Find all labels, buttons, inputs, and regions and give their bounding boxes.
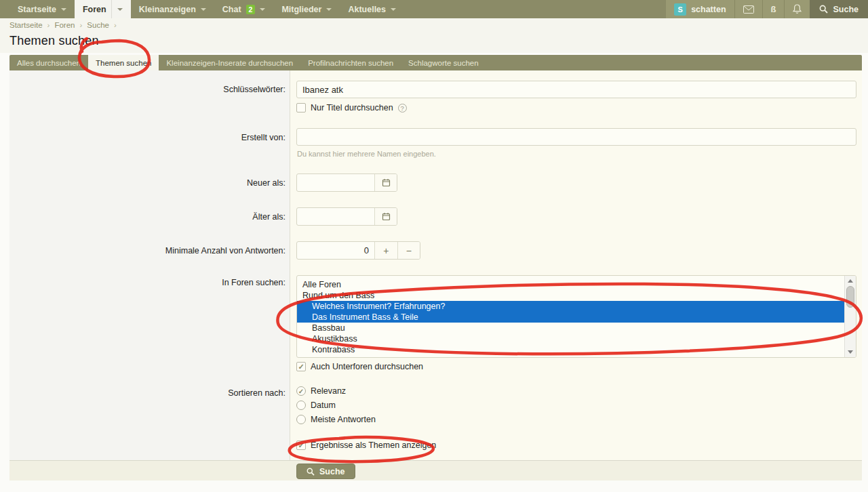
bassic-shortcut-button[interactable]: ß (762, 0, 785, 18)
display-as-topics-label: Ergebnisse als Themen anzeigen (311, 440, 436, 450)
radio-meiste-antworten[interactable] (296, 415, 306, 424)
forum-option[interactable]: Bassbau (297, 323, 844, 333)
nav-label: Startseite (18, 5, 56, 14)
author-hint: Du kannst hier mehrere Namen eingeben. (297, 150, 436, 158)
forum-option-selected[interactable]: Das Instrument Bass & Teile (297, 312, 844, 323)
chevron-down-icon (117, 8, 123, 11)
scrollbar-thumb[interactable] (846, 286, 854, 308)
newer-date-picker-button[interactable] (374, 174, 397, 191)
nav-item-kleinanzeigen[interactable]: Kleinanzeigen (131, 0, 214, 18)
scroll-up-icon[interactable] (848, 279, 853, 283)
radio-label: Meiste Antworten (311, 415, 376, 424)
breadcrumb-foren[interactable]: Foren (54, 21, 87, 29)
forum-option[interactable]: Kontrabass (297, 344, 844, 355)
envelope-icon (743, 5, 754, 14)
sort-option-meiste-antworten[interactable]: Meiste Antworten (296, 415, 376, 424)
subforums-checkbox[interactable] (296, 362, 306, 371)
scroll-down-icon[interactable] (848, 350, 853, 354)
increment-button[interactable]: + (374, 242, 397, 259)
alerts-button[interactable] (784, 0, 810, 18)
nav-item-mitglieder[interactable]: Mitglieder (273, 0, 340, 18)
scrollbar[interactable] (844, 276, 856, 357)
chevron-down-icon (61, 8, 66, 11)
nav-item-chat[interactable]: Chat 2 (214, 0, 274, 18)
search-icon (819, 5, 828, 14)
min-replies-input[interactable] (297, 242, 374, 259)
keywords-input[interactable] (296, 81, 856, 98)
nav-item-aktuelles[interactable]: Aktuelles (340, 0, 404, 18)
radio-datum[interactable] (296, 401, 306, 410)
forums-multiselect[interactable]: Alle Foren Rund um den Bass Welches Inst… (296, 275, 856, 358)
title-only-checkbox[interactable] (296, 103, 306, 112)
decrement-button[interactable]: − (397, 242, 420, 259)
keywords-label: Schlüsselwörter: (9, 85, 285, 94)
forum-option-selected[interactable]: Welches Instrument? Erfahrungen? (297, 301, 844, 312)
nav-item-foren[interactable]: Foren (75, 0, 131, 18)
author-input[interactable] (296, 128, 856, 146)
tab-alles-durchsuchen[interactable]: Alles durchsuchen (9, 55, 88, 70)
account-menu[interactable]: S schatten (666, 0, 734, 18)
nav-dropdown-toggle[interactable] (111, 0, 123, 18)
tab-schlagworte[interactable]: Schlagworte suchen (401, 55, 486, 70)
newer-date-input[interactable] (297, 174, 374, 191)
header-band: Startseite Foren Suche Themen suchen (0, 18, 868, 53)
bell-icon (793, 4, 802, 14)
tab-themen-suchen[interactable]: Themen suchen (88, 55, 159, 70)
display-as-topics-checkbox[interactable] (296, 440, 306, 450)
forum-option[interactable]: Rund um den Bass (297, 290, 844, 301)
older-date-control (296, 207, 397, 226)
username: schatten (691, 5, 726, 14)
chevron-down-icon (391, 8, 396, 11)
radio-label: Datum (311, 401, 336, 410)
avatar: S (674, 3, 686, 16)
nav-label: Mitglieder (281, 5, 321, 14)
forum-option[interactable]: Akustikbass (297, 333, 844, 344)
submit-band: Suche (9, 460, 862, 480)
older-date-input[interactable] (297, 208, 374, 225)
nav-label: Chat (222, 5, 241, 14)
sort-option-datum[interactable]: Datum (296, 401, 336, 410)
tab-profilnachrichten[interactable]: Profilnachrichten suchen (300, 55, 401, 70)
subforums-label: Auch Unterforen durchsuchen (311, 362, 423, 371)
older-date-picker-button[interactable] (374, 208, 397, 225)
radio-relevanz[interactable] (296, 386, 306, 396)
search-form: Schlüsselwörter: Nur Titel durchsuchen ?… (9, 70, 862, 460)
sort-label: Sortieren nach: (9, 388, 285, 398)
forums-label: In Foren suchen: (9, 278, 285, 287)
page-title: Themen suchen (9, 34, 99, 48)
older-label: Älter als: (9, 212, 285, 222)
search-icon (307, 468, 315, 476)
radio-label: Relevanz (311, 386, 346, 396)
title-only-checkbox-row[interactable]: Nur Titel durchsuchen ? (296, 103, 407, 112)
subforums-checkbox-row[interactable]: Auch Unterforen durchsuchen (296, 362, 423, 371)
forum-option[interactable]: Alle Foren (297, 279, 844, 290)
title-only-label: Nur Titel durchsuchen (311, 103, 393, 112)
newer-date-control (296, 173, 397, 192)
conversations-button[interactable] (734, 0, 762, 18)
calendar-icon (382, 212, 391, 221)
author-label: Erstellt von: (9, 133, 285, 142)
breadcrumb: Startseite Foren Suche (9, 21, 121, 29)
help-icon[interactable]: ? (398, 104, 407, 112)
nav-item-startseite[interactable]: Startseite (9, 0, 75, 18)
forum-option-partial[interactable]: Equipment rund um den Bass (297, 355, 844, 358)
sort-option-relevanz[interactable]: Relevanz (296, 386, 346, 396)
breadcrumb-suche[interactable]: Suche (87, 21, 121, 29)
chevron-down-icon (326, 8, 332, 11)
display-as-topics-row[interactable]: Ergebnisse als Themen anzeigen (296, 440, 436, 450)
breadcrumb-startseite[interactable]: Startseite (9, 21, 54, 29)
global-search-button[interactable]: Suche (810, 0, 868, 18)
user-panel: S schatten ß (666, 0, 810, 18)
chat-count-badge: 2 (246, 5, 256, 14)
nav-label: Kleinanzeigen (139, 5, 196, 14)
nav-label: Foren (83, 5, 106, 14)
submit-label: Suche (319, 467, 345, 476)
bassic-eszett-icon: ß (771, 4, 776, 14)
calendar-icon (382, 178, 391, 187)
chevron-down-icon (260, 8, 265, 11)
min-replies-label: Minimale Anzahl von Antworten: (9, 246, 285, 255)
suche-submit-button[interactable]: Suche (296, 464, 355, 479)
tab-kleinanzeigen-inserate[interactable]: Kleinanzeigen-Inserate durchsuchen (159, 55, 300, 70)
search-label: Suche (833, 5, 859, 14)
newer-label: Neuer als: (9, 178, 285, 188)
